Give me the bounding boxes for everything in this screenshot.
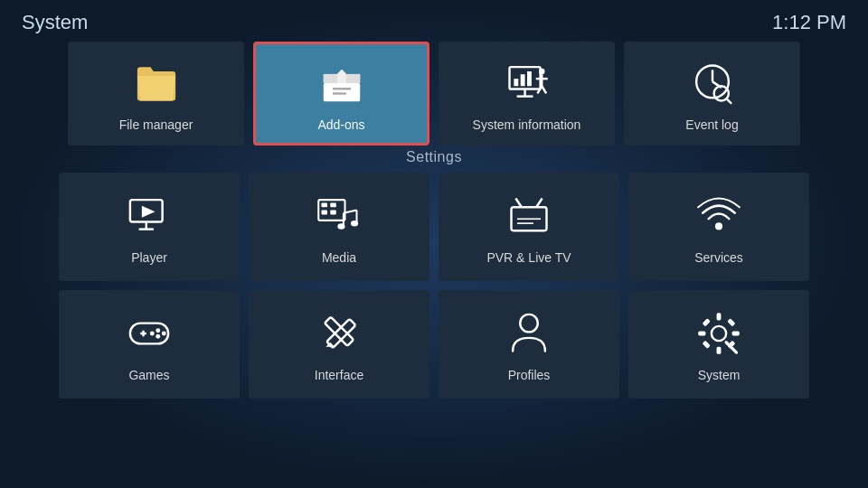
tile-services-label: Services <box>694 250 743 265</box>
pvr-icon <box>502 189 556 243</box>
svg-line-13 <box>542 86 546 93</box>
tile-games[interactable]: Games <box>59 290 240 399</box>
svg-rect-26 <box>322 211 328 215</box>
settings-section-label: Settings <box>0 149 868 165</box>
svg-rect-6 <box>527 71 532 86</box>
tile-system-information-label: System information <box>473 117 581 132</box>
svg-rect-24 <box>322 202 328 207</box>
svg-point-38 <box>715 222 722 230</box>
games-icon <box>122 306 176 361</box>
svg-marker-20 <box>142 206 156 218</box>
system-icon <box>692 306 746 361</box>
tile-add-ons[interactable]: Add-ons <box>253 42 429 145</box>
page-title: System <box>22 11 88 34</box>
player-icon <box>122 189 176 243</box>
tile-profiles-label: Profiles <box>508 368 551 382</box>
svg-rect-57 <box>703 341 711 349</box>
services-icon <box>692 189 746 243</box>
header: System 1:12 PM <box>0 0 868 42</box>
profiles-icon <box>502 306 556 361</box>
tile-system-information[interactable]: System information <box>439 42 615 145</box>
svg-rect-51 <box>717 313 722 320</box>
svg-line-18 <box>726 99 731 104</box>
tile-interface-label: Interface <box>315 368 363 382</box>
settings-row-2: Games Interface <box>0 290 868 399</box>
tile-event-log-label: Event log <box>685 117 738 132</box>
tile-file-manager-label: File manager <box>119 117 193 132</box>
svg-point-43 <box>162 332 166 336</box>
svg-rect-4 <box>514 79 518 86</box>
svg-rect-53 <box>698 332 705 336</box>
clock: 1:12 PM <box>772 11 846 34</box>
tile-media-label: Media <box>322 250 356 265</box>
sysinfo-icon <box>500 56 554 110</box>
addons-icon <box>315 56 369 110</box>
svg-rect-52 <box>717 347 722 354</box>
tile-system[interactable]: System <box>628 290 809 399</box>
svg-point-32 <box>351 221 358 227</box>
svg-point-49 <box>520 314 538 333</box>
tile-pvr-live-tv[interactable]: PVR & Live TV <box>439 173 619 281</box>
svg-point-9 <box>539 68 545 74</box>
svg-rect-25 <box>330 202 336 207</box>
tile-event-log[interactable]: Event log <box>624 42 800 145</box>
tile-player[interactable]: Player <box>59 173 240 281</box>
folder-icon <box>129 56 184 110</box>
tile-games-label: Games <box>128 368 169 382</box>
svg-rect-54 <box>732 332 740 336</box>
svg-point-42 <box>156 328 160 333</box>
svg-rect-56 <box>727 318 735 326</box>
svg-rect-2 <box>332 92 345 95</box>
tile-services[interactable]: Services <box>628 173 809 281</box>
svg-point-31 <box>337 223 344 230</box>
tile-pvr-live-tv-label: PVR & Live TV <box>486 250 571 265</box>
svg-rect-27 <box>330 211 336 215</box>
page: System 1:12 PM File manager <box>0 0 868 488</box>
interface-icon <box>312 306 366 361</box>
tile-player-label: Player <box>131 250 167 265</box>
svg-line-34 <box>515 199 522 208</box>
tile-file-manager[interactable]: File manager <box>68 42 244 145</box>
tile-interface[interactable]: Interface <box>249 290 429 399</box>
svg-point-44 <box>156 334 160 339</box>
eventlog-icon <box>685 56 740 110</box>
tile-system-label: System <box>698 368 741 382</box>
top-row: File manager <box>0 42 868 145</box>
svg-point-45 <box>150 332 155 336</box>
tile-profiles[interactable]: Profiles <box>439 290 619 399</box>
svg-rect-55 <box>703 318 711 326</box>
settings-row-1: Player Media <box>0 173 868 281</box>
svg-line-35 <box>536 199 542 208</box>
svg-rect-5 <box>520 74 524 86</box>
tile-add-ons-label: Add-ons <box>317 117 364 132</box>
svg-point-50 <box>712 326 726 341</box>
tile-media[interactable]: Media <box>249 173 429 281</box>
svg-rect-1 <box>332 88 350 90</box>
media-icon <box>312 189 366 243</box>
